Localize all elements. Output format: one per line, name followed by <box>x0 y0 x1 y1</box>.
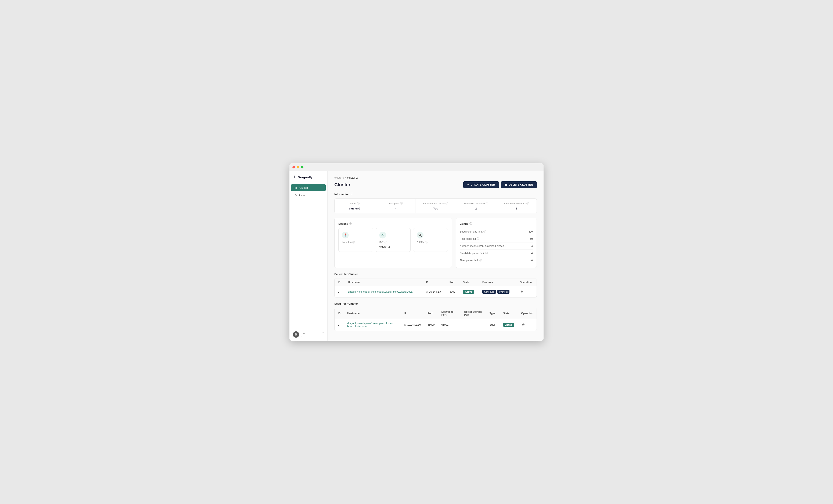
user-subtitle: - <box>301 335 320 337</box>
config-help-icon: ⓘ <box>470 222 472 226</box>
candidate-parent-limit-value: 4 <box>531 252 533 255</box>
idc-icon: 🗂 <box>379 232 386 238</box>
name-help-icon: ⓘ <box>357 202 360 205</box>
maximize-button[interactable] <box>301 166 304 169</box>
breadcrumb-current: cluster-2 <box>347 176 358 179</box>
seed-peer-table-header-row: ID Hostname IP Port Download Port Object… <box>335 308 537 319</box>
scheduler-id-help-icon: ⓘ <box>486 202 488 205</box>
info-cell-default: Set as default cluster ⓘ Yes <box>415 199 456 213</box>
filter-parent-limit-help-icon: ⓘ <box>479 258 482 262</box>
information-card: Name ⓘ cluster-2 Description ⓘ - <box>334 199 537 213</box>
table-row: 2 dragonfly-seed-peer-0.seed-peer.cluste… <box>335 319 537 331</box>
delete-cluster-button[interactable]: 🗑 DELETE CLUSTER <box>501 181 537 188</box>
seed-peer-load-limit-help-icon: ⓘ <box>483 230 486 233</box>
seed-peer-col-download-port: Download Port <box>438 308 461 319</box>
close-button[interactable] <box>292 166 295 169</box>
scope-item-location: 📍 Location ⓘ - <box>338 228 373 252</box>
seed-peer-id-value: 2 <box>501 207 532 210</box>
config-row-candidate-parent-limit: Candidate parent limit ⓘ 4 <box>460 250 533 257</box>
concurrent-download-value: 4 <box>531 245 533 248</box>
seed-peer-cluster-section: Seed Peer Cluster ID Hostname IP Port Do… <box>334 302 537 331</box>
app-window: ✳ Dragonfly ▦ Cluster ⊙ User R root <box>289 163 544 341</box>
cidrs-value: - <box>417 245 418 248</box>
config-section-title: Config ⓘ <box>460 222 533 226</box>
scopes-section-title: Scopes ⓘ <box>338 222 448 226</box>
seed-peer-col-object-storage-port: Object Storage Port <box>461 308 486 319</box>
concurrent-download-help-icon: ⓘ <box>505 244 507 248</box>
scopes-help-icon: ⓘ <box>349 222 352 226</box>
config-row-concurrent-download: Number of concurrent download pieces ⓘ 4 <box>460 243 533 250</box>
scope-items: 📍 Location ⓘ - 🗂 IDC ⓘ <box>338 228 448 252</box>
seed-peer-cluster-table: ID Hostname IP Port Download Port Object… <box>335 308 537 331</box>
cluster-nav-icon: ▦ <box>294 186 297 190</box>
scheduler-cluster-section: Scheduler Cluster ID Hostname IP Port St… <box>334 273 537 298</box>
seed-peer-row-object-storage-port: - <box>461 319 486 331</box>
peer-load-limit-help-icon: ⓘ <box>477 237 479 241</box>
sidebar-logo-text: Dragonfly <box>298 175 312 179</box>
main-content: clusters / cluster-2 Cluster ✎ UPDATE CL… <box>328 171 544 341</box>
info-card-row: Name ⓘ cluster-2 Description ⓘ - <box>335 199 537 213</box>
sidebar-item-user-label: User <box>299 194 305 197</box>
location-icon: 📍 <box>342 232 349 238</box>
update-cluster-button[interactable]: ✎ UPDATE CLUSTER <box>463 181 499 188</box>
breadcrumb: clusters / cluster-2 <box>334 176 537 179</box>
preheat-feature-badge: Preheat <box>497 290 509 294</box>
scopes-config-row: Scopes ⓘ 📍 Location ⓘ - <box>334 218 537 268</box>
seed-peer-row-state: Active <box>500 319 518 331</box>
expand-icon[interactable]: ⌃⌄ <box>322 332 324 337</box>
avatar-initial: R <box>295 333 297 336</box>
user-nav-icon: ⊙ <box>294 194 297 197</box>
minimize-button[interactable] <box>296 166 299 169</box>
scheduler-row-hostname[interactable]: dragonfly-scheduler-0.scheduler.cluster-… <box>344 286 422 298</box>
config-card: Config ⓘ Seed Peer load limit ⓘ 300 <box>456 218 537 268</box>
scheduler-delete-button[interactable]: 🗑 <box>520 289 524 294</box>
scheduler-cluster-title: Scheduler Cluster <box>334 273 537 276</box>
seed-peer-col-port: Port <box>424 308 438 319</box>
peer-load-limit-value: 50 <box>530 237 533 241</box>
schedule-feature-badge: Schedule <box>482 290 496 294</box>
scheduler-cluster-table: ID Hostname IP Port State Features Opera… <box>335 278 537 297</box>
app-body: ✳ Dragonfly ▦ Cluster ⊙ User R root <box>289 171 544 341</box>
seed-peer-row-port: 65000 <box>424 319 438 331</box>
information-help-icon: ⓘ <box>351 192 353 196</box>
scheduler-row-id: 2 <box>335 286 344 298</box>
sidebar-item-user[interactable]: ⊙ User <box>291 192 326 199</box>
seed-peer-row-id: 2 <box>335 319 344 331</box>
seed-peer-col-ip: IP <box>400 308 424 319</box>
titlebar <box>289 163 544 171</box>
cidrs-help-icon: ⓘ <box>425 241 428 244</box>
seed-peer-id-help-icon: ⓘ <box>526 202 529 205</box>
filter-parent-limit-value: 40 <box>530 259 533 262</box>
scheduler-active-badge: Active <box>463 290 474 294</box>
seed-peer-row-operation: 🗑 <box>518 319 537 331</box>
sidebar-item-cluster[interactable]: ▦ Cluster <box>291 184 326 191</box>
seed-peer-cluster-title: Seed Peer Cluster <box>334 302 537 305</box>
seed-peer-active-badge: Active <box>503 323 514 327</box>
scheduler-col-operation: Operation <box>516 278 537 286</box>
information-section-title: Information ⓘ <box>334 192 537 196</box>
seed-peer-load-limit-value: 300 <box>528 230 533 233</box>
seed-peer-col-id: ID <box>335 308 344 319</box>
scheduler-table-header-row: ID Hostname IP Port State Features Opera… <box>335 278 537 286</box>
idc-value: cluster-2 <box>379 245 390 248</box>
seed-peer-delete-button[interactable]: 🗑 <box>521 322 526 327</box>
candidate-parent-limit-help-icon: ⓘ <box>485 251 488 255</box>
scheduler-row-ip: 🖥 10.244.2.7 <box>422 286 446 298</box>
dragonfly-logo-icon: ✳ <box>293 175 296 179</box>
page-title: Cluster <box>334 182 351 187</box>
seed-peer-row-type: Super <box>486 319 500 331</box>
seed-peer-row-ip: 🖥 10.244.3.10 <box>400 319 424 331</box>
user-name: root <box>301 332 320 335</box>
info-cell-scheduler-id: Scheduler cluster ID ⓘ 2 <box>456 199 496 213</box>
breadcrumb-parent[interactable]: clusters <box>334 176 344 179</box>
scheduler-col-ip: IP <box>422 278 446 286</box>
info-cell-seed-peer-id: Seed Peer cluster ID ⓘ 2 <box>496 199 537 213</box>
config-row-peer-load-limit: Peer load limit ⓘ 50 <box>460 235 533 243</box>
scheduler-row-features: Schedule Preheat <box>479 286 516 298</box>
location-value: - <box>342 245 343 248</box>
seed-peer-col-type: Type <box>486 308 500 319</box>
scopes-card: Scopes ⓘ 📍 Location ⓘ - <box>334 218 452 268</box>
seed-peer-row-hostname[interactable]: dragonfly-seed-peer-0.seed-peer.cluster-… <box>344 319 400 331</box>
name-value: cluster-2 <box>339 207 371 210</box>
scheduler-col-port: Port <box>446 278 459 286</box>
